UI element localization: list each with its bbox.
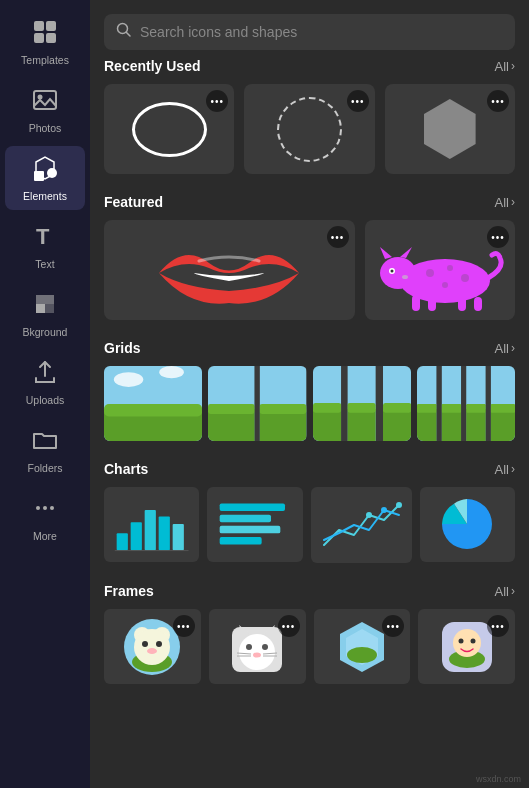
svg-rect-64 xyxy=(461,366,466,441)
sidebar-item-text[interactable]: T Text xyxy=(5,214,85,278)
grids-section: Grids All › xyxy=(104,340,515,441)
recently-used-section: Recently Used All › ••• ••• ••• xyxy=(104,58,515,174)
grid-card-4col[interactable] xyxy=(417,366,515,441)
grid-card-3col[interactable] xyxy=(313,366,411,441)
svg-rect-69 xyxy=(159,517,170,551)
svg-rect-43 xyxy=(313,409,341,441)
featured-header: Featured All › xyxy=(104,194,515,210)
svg-rect-72 xyxy=(220,503,285,510)
recently-used-row: ••• ••• ••• xyxy=(104,84,515,174)
featured-section: Featured All › ••• xyxy=(104,194,515,320)
search-input[interactable] xyxy=(140,24,503,40)
main-content: Recently Used All › ••• ••• ••• xyxy=(90,0,529,788)
frames-all-button[interactable]: All › xyxy=(495,584,515,599)
svg-marker-16 xyxy=(400,247,412,258)
svg-point-22 xyxy=(447,265,453,271)
sidebar-item-photos-label: Photos xyxy=(29,122,62,134)
oval-options-button[interactable]: ••• xyxy=(206,90,228,112)
svg-point-9 xyxy=(36,506,40,510)
shape-card-circle-dashed[interactable]: ••• xyxy=(244,84,374,174)
text-icon: T xyxy=(31,222,59,254)
charts-title: Charts xyxy=(104,461,148,477)
svg-rect-57 xyxy=(466,409,486,441)
chart-card-bar[interactable] xyxy=(104,487,199,562)
svg-rect-39 xyxy=(255,366,260,441)
featured-row: ••• ••• xyxy=(104,220,515,320)
sidebar-item-elements[interactable]: Elements xyxy=(5,146,85,210)
frames-header: Frames All › xyxy=(104,583,515,599)
frame-card-4[interactable]: ••• xyxy=(418,609,515,684)
oval-shape xyxy=(132,102,207,157)
background-icon xyxy=(31,290,59,322)
svg-rect-46 xyxy=(313,403,341,413)
svg-rect-20 xyxy=(474,297,482,311)
frame-2-options-button[interactable]: ••• xyxy=(278,615,300,637)
shape-card-oval[interactable]: ••• xyxy=(104,84,234,174)
svg-point-26 xyxy=(390,269,393,272)
frame-card-3[interactable]: ••• xyxy=(314,609,411,684)
grid-landscape-4col xyxy=(417,366,515,441)
svg-point-85 xyxy=(156,641,162,647)
sidebar-item-more[interactable]: More xyxy=(5,486,85,550)
grid-landscape-single xyxy=(104,366,202,441)
svg-point-32 xyxy=(159,366,184,378)
featured-card-lips[interactable]: ••• xyxy=(104,220,355,320)
sidebar-item-uploads-label: Uploads xyxy=(26,394,65,406)
grids-header: Grids All › xyxy=(104,340,515,356)
hexagon-options-button[interactable]: ••• xyxy=(487,90,509,112)
featured-all-button[interactable]: All › xyxy=(495,195,515,210)
circle-dashed-shape xyxy=(277,97,342,162)
svg-rect-50 xyxy=(376,366,382,441)
chart-card-line[interactable] xyxy=(311,487,412,563)
grids-all-button[interactable]: All › xyxy=(495,341,515,356)
svg-rect-67 xyxy=(131,522,142,550)
svg-point-27 xyxy=(402,275,408,279)
circle-dashed-options-button[interactable]: ••• xyxy=(347,90,369,112)
lips-options-button[interactable]: ••• xyxy=(327,226,349,248)
svg-point-103 xyxy=(453,629,481,657)
svg-rect-1 xyxy=(46,21,56,31)
svg-point-78 xyxy=(381,507,387,513)
chevron-right-icon: › xyxy=(511,59,515,73)
chart-card-pie[interactable] xyxy=(420,487,515,562)
charts-section: Charts All › xyxy=(104,461,515,563)
sidebar-item-folders[interactable]: Folders xyxy=(5,418,85,482)
svg-point-76 xyxy=(366,512,372,518)
svg-rect-58 xyxy=(490,409,515,441)
frame-1-options-button[interactable]: ••• xyxy=(173,615,195,637)
grid-card-single[interactable] xyxy=(104,366,202,441)
frame-card-1[interactable]: ••• xyxy=(104,609,201,684)
chevron-right-icon-charts: › xyxy=(511,462,515,476)
svg-rect-60 xyxy=(441,404,461,413)
recently-used-all-button[interactable]: All › xyxy=(495,59,515,74)
charts-all-button[interactable]: All › xyxy=(495,462,515,477)
grid-card-2col[interactable] xyxy=(208,366,306,441)
svg-rect-19 xyxy=(458,295,466,311)
frame-4-options-button[interactable]: ••• xyxy=(487,615,509,637)
grids-row xyxy=(104,366,515,441)
leopard-options-button[interactable]: ••• xyxy=(487,226,509,248)
sidebar-item-templates[interactable]: Templates xyxy=(5,10,85,74)
sidebar-item-uploads[interactable]: Uploads xyxy=(5,350,85,414)
frame-card-2[interactable]: ••• xyxy=(209,609,306,684)
svg-point-104 xyxy=(458,638,463,643)
svg-point-6 xyxy=(47,168,57,178)
sidebar-item-background[interactable]: Bkground xyxy=(5,282,85,346)
chart-card-hbar[interactable] xyxy=(207,487,302,562)
line-chart-svg xyxy=(319,495,404,555)
lips-svg xyxy=(139,223,319,318)
featured-card-leopard[interactable]: ••• xyxy=(365,220,515,320)
shape-card-hexagon[interactable]: ••• xyxy=(385,84,515,174)
svg-point-88 xyxy=(239,634,275,670)
svg-rect-18 xyxy=(428,297,436,311)
hexagon-shape xyxy=(420,99,480,159)
charts-row xyxy=(104,487,515,563)
grid-landscape-2col xyxy=(208,366,306,441)
svg-marker-15 xyxy=(380,247,392,259)
svg-point-90 xyxy=(262,644,268,650)
svg-rect-61 xyxy=(466,404,486,413)
sidebar-item-background-label: Bkground xyxy=(23,326,68,338)
frame-3-options-button[interactable]: ••• xyxy=(382,615,404,637)
sidebar-item-photos[interactable]: Photos xyxy=(5,78,85,142)
featured-title: Featured xyxy=(104,194,163,210)
